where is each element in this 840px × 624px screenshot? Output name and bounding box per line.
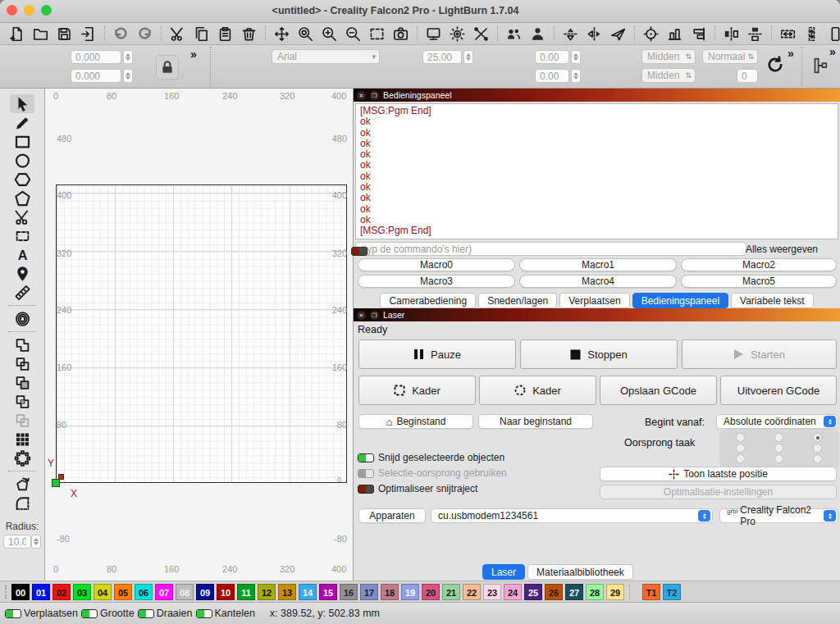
start-button[interactable]: Starten	[682, 339, 837, 369]
offset-shapes-tool[interactable]	[10, 309, 34, 328]
machine-bed-grid[interactable]	[56, 184, 347, 483]
palette-swatch-16[interactable]: 16	[340, 584, 358, 600]
save-gcode-button[interactable]: Opslaan GCode	[600, 376, 717, 405]
pan-view-icon[interactable]	[270, 24, 294, 43]
macro1-button[interactable]: Macro1	[519, 258, 677, 271]
show-all-toggle[interactable]	[351, 247, 368, 256]
machine-tools-icon[interactable]	[469, 24, 493, 43]
palette-swatch-07[interactable]: 07	[155, 584, 173, 600]
cut-icon[interactable]	[166, 24, 189, 43]
position-y-input[interactable]	[71, 69, 121, 83]
zoom-out-icon[interactable]	[341, 24, 365, 43]
rotate-toggle[interactable]	[138, 609, 154, 618]
palette-swatch-20[interactable]: 20	[422, 584, 440, 600]
rectangle-tool[interactable]	[10, 132, 34, 151]
select-tool[interactable]	[10, 94, 34, 113]
palette-swatch-26[interactable]: 26	[545, 584, 563, 600]
palette-swatch-21[interactable]: 21	[442, 584, 460, 600]
measure-tool[interactable]	[10, 283, 34, 302]
palette-swatch-17[interactable]: 17	[360, 584, 378, 600]
float-panel-icon[interactable]: ❐	[370, 91, 379, 100]
palette-swatch-28[interactable]: 28	[586, 584, 604, 600]
make-same-width-icon[interactable]	[776, 24, 800, 43]
palette-swatch-13[interactable]: 13	[278, 584, 296, 600]
console-panel-header[interactable]: ✕ ❐ Bedieningspaneel	[354, 89, 840, 102]
optimization-settings-button[interactable]: Optimalisatie-instellingen	[600, 485, 837, 499]
make-same-height-icon[interactable]	[800, 24, 824, 43]
palette-swatch-15[interactable]: 15	[319, 584, 337, 600]
macro2-button[interactable]: Macro2	[681, 258, 837, 271]
show-last-position-button[interactable]: Toon laatste positie	[600, 467, 837, 481]
job-origin-radio[interactable]	[736, 454, 745, 463]
rotate-shape-tool[interactable]	[10, 475, 34, 494]
position-pin-tool[interactable]	[10, 264, 34, 283]
close-panel-icon[interactable]: ✕	[357, 91, 366, 100]
redo-icon[interactable]	[133, 24, 157, 43]
workspace-canvas[interactable]: Y X 0 0080801601602402403203204004004804…	[45, 89, 354, 581]
distribute-horizontal-icon[interactable]	[719, 24, 743, 43]
cut-shapes-tool[interactable]	[10, 207, 34, 226]
optimize-toggle[interactable]	[358, 485, 374, 494]
height-input[interactable]	[422, 50, 462, 64]
circular-array-tool[interactable]	[10, 449, 34, 467]
tab-bedieningspaneel[interactable]: Bedieningspaneel	[632, 293, 728, 308]
palette-swatch-25[interactable]: 25	[524, 584, 542, 600]
job-origin-radio-selected[interactable]	[813, 433, 822, 442]
paste-icon[interactable]	[213, 24, 237, 43]
device-combo[interactable]: grblCreality Falcon2 Pro	[719, 508, 838, 523]
console-command-input[interactable]	[355, 242, 746, 256]
palette-swatch-02[interactable]: 02	[52, 584, 71, 600]
set-origin-icon[interactable]	[639, 24, 663, 43]
yalign-combo[interactable]: Midden⇅	[641, 68, 696, 83]
hspace-input[interactable]	[535, 50, 569, 64]
job-origin-radio[interactable]	[813, 444, 822, 453]
weld-tool[interactable]	[10, 335, 34, 354]
palette-swatch-22[interactable]: 22	[463, 584, 481, 600]
palette-swatch-05[interactable]: 05	[114, 584, 132, 600]
tab-variabele-tekst[interactable]: Variabele tekst	[731, 293, 814, 308]
palette-swatch-00[interactable]: 00	[11, 584, 30, 600]
palette-swatch-06[interactable]: 06	[135, 584, 153, 600]
macro4-button[interactable]: Macro4	[519, 275, 677, 288]
position-overflow-chevron[interactable]: »	[190, 48, 197, 61]
open-file-icon[interactable]	[29, 24, 52, 43]
palette-swatch-T1[interactable]: T1	[642, 584, 660, 600]
macro0-button[interactable]: Macro0	[358, 258, 515, 271]
import-file-icon[interactable]	[76, 24, 100, 43]
float-panel-icon[interactable]: ❐	[370, 311, 379, 320]
palette-swatch-23[interactable]: 23	[483, 584, 501, 600]
mirror-icon[interactable]	[606, 24, 630, 43]
frame-selection-icon[interactable]	[365, 24, 389, 43]
vspace-input[interactable]	[535, 69, 569, 83]
tab-verplaatsen[interactable]: Verplaatsen	[559, 293, 629, 308]
text-overflow-chevron[interactable]: »	[788, 47, 794, 60]
boolean-subtract-tool[interactable]	[10, 373, 34, 392]
palette-swatch-10[interactable]: 10	[217, 584, 235, 600]
pause-button[interactable]: Pauze	[358, 339, 516, 369]
ellipse-tool[interactable]	[10, 151, 34, 170]
palette-drag-handle[interactable]	[5, 585, 8, 599]
job-origin-radio[interactable]	[736, 444, 745, 453]
font-combo[interactable]: Arial▾	[272, 49, 380, 64]
tab-laser[interactable]: Laser	[482, 564, 525, 580]
palette-swatch-01[interactable]: 01	[32, 584, 50, 600]
boolean-assistant-tool[interactable]	[10, 411, 34, 430]
run-gcode-button[interactable]: Uitvoeren GCode	[720, 376, 837, 405]
macro3-button[interactable]: Macro3	[358, 275, 515, 288]
position-x-input[interactable]	[71, 50, 121, 64]
device-preview-icon[interactable]	[422, 24, 445, 43]
lock-aspect-button[interactable]	[156, 55, 179, 80]
palette-swatch-14[interactable]: 14	[299, 584, 317, 600]
text-style-combo[interactable]: Normaal⇅	[702, 49, 758, 64]
palette-swatch-08[interactable]: 08	[176, 584, 194, 600]
close-panel-icon[interactable]: ✕	[357, 311, 366, 320]
palette-swatch-27[interactable]: 27	[565, 584, 583, 600]
new-file-icon[interactable]	[5, 24, 29, 43]
palette-swatch-04[interactable]: 04	[94, 584, 112, 600]
home-button[interactable]: ⌂ Beginstand	[358, 414, 473, 429]
round-corner-tool[interactable]	[10, 494, 34, 512]
job-origin-radio[interactable]	[774, 433, 783, 442]
page-shape-icon[interactable]	[824, 24, 840, 43]
align-bottom-icon[interactable]	[663, 24, 687, 43]
size-toggle[interactable]	[81, 609, 98, 618]
